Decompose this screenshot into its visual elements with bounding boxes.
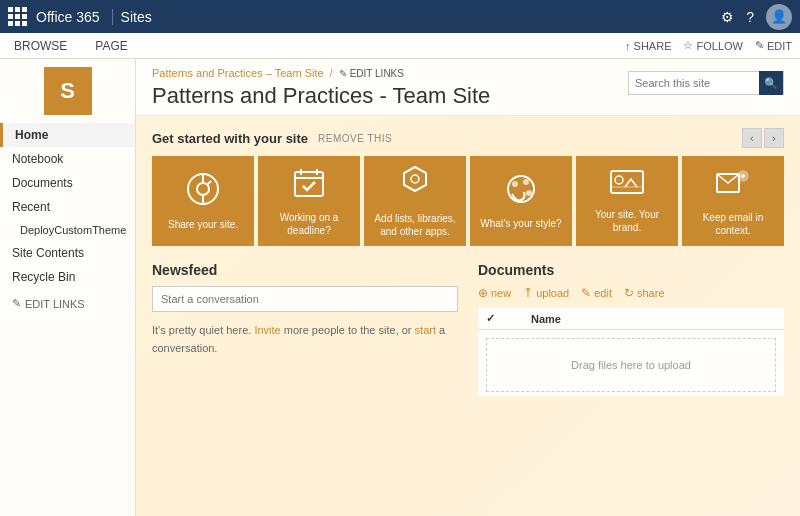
header-edit-label: EDIT LINKS <box>350 68 404 79</box>
documents-table: ✓ Name Drag files here to upload <box>478 308 784 396</box>
gear-icon[interactable]: ⚙ <box>721 9 734 25</box>
svg-point-9 <box>411 175 419 183</box>
breadcrumb: Patterns and Practices – Team Site / ✎ E… <box>152 67 490 79</box>
card-email[interactable]: Keep email in context. <box>682 156 784 246</box>
card-style-label: What's your style? <box>480 217 561 230</box>
svg-rect-5 <box>295 172 323 196</box>
card-share-site[interactable]: Share your site. <box>152 156 254 246</box>
follow-icon: ☆ <box>683 39 693 52</box>
sidebar-item-deploycustomtheme[interactable]: DeployCustomTheme <box>0 219 135 241</box>
header-edit-links[interactable]: ✎ EDIT LINKS <box>339 68 404 79</box>
quiet-text: It's pretty quiet here. <box>152 324 254 336</box>
card-brand-icon <box>609 169 645 204</box>
newsfeed-input[interactable] <box>152 286 458 312</box>
doc-share-icon: ↻ <box>624 286 634 300</box>
edit-icon: ✎ <box>755 39 764 52</box>
sidebar-item-notebook[interactable]: Notebook <box>0 147 135 171</box>
share-label: SHARE <box>634 40 672 52</box>
sidebar-item-recycle-bin[interactable]: Recycle Bin <box>0 265 135 289</box>
drag-drop-area[interactable]: Drag files here to upload <box>486 338 776 392</box>
search-box: 🔍 <box>628 71 784 95</box>
breadcrumb-separator: / <box>330 67 333 79</box>
col-name[interactable]: Name <box>523 308 784 330</box>
help-icon[interactable]: ? <box>746 9 754 25</box>
share-label: share <box>637 287 665 299</box>
card-apps-label: Add lists, libraries, and other apps. <box>370 212 460 238</box>
newsfeed-section: Newsfeed It's pretty quiet here. Invite … <box>152 262 458 396</box>
search-icon: 🔍 <box>764 77 778 90</box>
search-button[interactable]: 🔍 <box>759 71 783 95</box>
doc-upload-button[interactable]: ⤒ upload <box>523 286 569 300</box>
invite-link[interactable]: Invite <box>254 324 280 336</box>
edit-links-icon: ✎ <box>12 297 21 310</box>
new-label: new <box>491 287 511 299</box>
svg-line-3 <box>207 181 211 185</box>
newsfeed-title: Newsfeed <box>152 262 458 278</box>
card-deadline[interactable]: Working on a deadline? <box>258 156 360 246</box>
card-deadline-icon <box>292 166 326 207</box>
follow-label: FOLLOW <box>696 40 742 52</box>
breadcrumb-text[interactable]: Patterns and Practices – Team Site <box>152 67 324 79</box>
card-style[interactable]: What's your style? <box>470 156 572 246</box>
invite-after: more people to the site, or <box>284 324 415 336</box>
start-link[interactable]: start <box>415 324 436 336</box>
prev-arrow[interactable]: ‹ <box>742 128 762 148</box>
search-input[interactable] <box>629 77 759 89</box>
card-apps-icon <box>398 165 432 208</box>
doc-share-button[interactable]: ↻ share <box>624 286 665 300</box>
card-deadline-label: Working on a deadline? <box>264 211 354 237</box>
app-grid-icon[interactable] <box>8 7 28 27</box>
site-header: Patterns and Practices – Team Site / ✎ E… <box>136 59 800 116</box>
card-share-icon <box>185 171 221 214</box>
documents-title: Documents <box>478 262 784 278</box>
card-apps[interactable]: Add lists, libraries, and other apps. <box>364 156 466 246</box>
card-share-label: Share your site. <box>168 218 238 231</box>
site-logo: S <box>44 67 92 115</box>
card-style-icon <box>504 172 538 213</box>
doc-edit-icon: ✎ <box>581 286 591 300</box>
site-title: Patterns and Practices - Team Site <box>152 83 490 109</box>
table-row: Drag files here to upload <box>478 330 784 397</box>
get-started-header: Get started with your site REMOVE THIS ‹… <box>152 128 784 148</box>
browse-tab[interactable]: BROWSE <box>8 35 73 57</box>
col-file-icon <box>503 308 523 330</box>
sidebar-item-site-contents[interactable]: Site Contents <box>0 241 135 265</box>
doc-toolbar: ⊕ new ⤒ upload ✎ edit ↻ <box>478 286 784 300</box>
doc-new-button[interactable]: ⊕ new <box>478 286 511 300</box>
col-check: ✓ <box>478 308 503 330</box>
upload-label: upload <box>536 287 569 299</box>
edit-label: edit <box>594 287 612 299</box>
upload-icon: ⤒ <box>523 286 533 300</box>
next-arrow[interactable]: › <box>764 128 784 148</box>
svg-point-13 <box>526 190 532 196</box>
card-brand[interactable]: Your site. Your brand. <box>576 156 678 246</box>
svg-point-10 <box>508 176 534 202</box>
svg-point-11 <box>512 181 518 187</box>
site-header-left: Patterns and Practices – Team Site / ✎ E… <box>152 67 490 109</box>
remove-this-button[interactable]: REMOVE THIS <box>318 133 392 144</box>
page-tab[interactable]: PAGE <box>89 35 133 57</box>
app-name-label[interactable]: Office 365 <box>36 9 113 25</box>
card-nav-arrows: ‹ › <box>742 128 784 148</box>
doc-edit-button[interactable]: ✎ edit <box>581 286 612 300</box>
sidebar-edit-links[interactable]: ✎ EDIT LINKS <box>0 289 135 318</box>
follow-action[interactable]: ☆ FOLLOW <box>683 39 742 52</box>
sidebar: S Home Notebook Documents Recent DeployC… <box>0 59 136 516</box>
edit-label: EDIT <box>767 40 792 52</box>
content-area: Patterns and Practices – Team Site / ✎ E… <box>136 59 800 516</box>
card-brand-label: Your site. Your brand. <box>582 208 672 234</box>
card-email-label: Keep email in context. <box>688 211 778 237</box>
avatar-icon: 👤 <box>771 9 787 24</box>
app-section-label: Sites <box>121 9 152 25</box>
newsfeed-quiet-text: It's pretty quiet here. Invite more peop… <box>152 322 458 357</box>
sidebar-item-recent[interactable]: Recent <box>0 195 135 219</box>
header-edit-icon: ✎ <box>339 68 347 79</box>
share-icon: ↑ <box>625 40 631 52</box>
edit-action[interactable]: ✎ EDIT <box>755 39 792 52</box>
top-nav-bar: Office 365 Sites ⚙ ? 👤 <box>0 0 800 33</box>
sidebar-item-home[interactable]: Home <box>0 123 135 147</box>
documents-section: Documents ⊕ new ⤒ upload ✎ edit <box>478 262 784 396</box>
user-avatar[interactable]: 👤 <box>766 4 792 30</box>
share-action[interactable]: ↑ SHARE <box>625 40 671 52</box>
sidebar-item-documents[interactable]: Documents <box>0 171 135 195</box>
